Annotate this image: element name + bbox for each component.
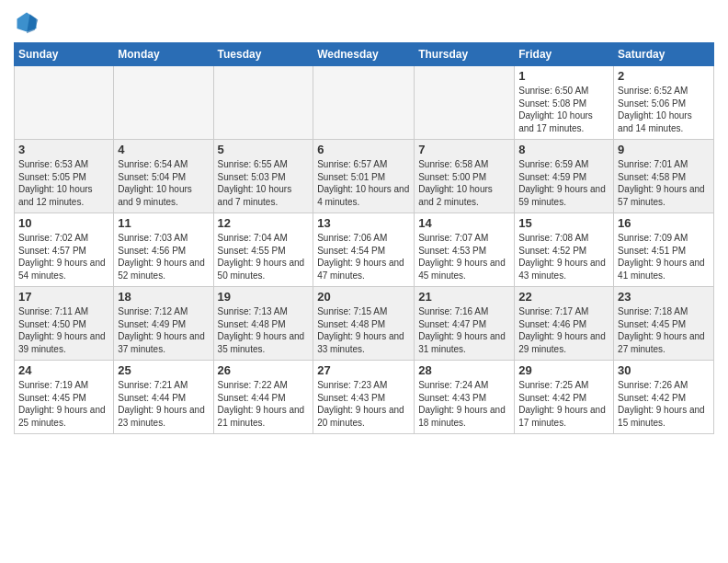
day-number: 19: [218, 290, 310, 304]
calendar-cell: 9Sunrise: 7:01 AMSunset: 4:58 PMDaylight…: [614, 140, 714, 213]
col-header-friday: Friday: [515, 43, 614, 66]
day-number: 26: [218, 363, 310, 377]
day-info: Sunrise: 7:01 AMSunset: 4:58 PMDaylight:…: [618, 158, 710, 208]
calendar-cell: 18Sunrise: 7:12 AMSunset: 4:49 PMDayligh…: [114, 287, 213, 361]
day-number: 8: [518, 143, 609, 156]
day-info: Sunrise: 7:02 AMSunset: 4:57 PMDaylight:…: [18, 232, 109, 282]
calendar-cell: 27Sunrise: 7:23 AMSunset: 4:43 PMDayligh…: [313, 361, 415, 434]
day-number: 9: [618, 143, 710, 156]
col-header-monday: Monday: [114, 43, 213, 66]
calendar-cell: 26Sunrise: 7:22 AMSunset: 4:44 PMDayligh…: [213, 361, 313, 434]
day-number: 23: [618, 290, 710, 304]
calendar-cell: 15Sunrise: 7:08 AMSunset: 4:52 PMDayligh…: [515, 213, 614, 287]
day-info: Sunrise: 7:18 AMSunset: 4:45 PMDaylight:…: [618, 305, 710, 355]
calendar-cell: 21Sunrise: 7:16 AMSunset: 4:47 PMDayligh…: [415, 287, 515, 361]
calendar-table: SundayMondayTuesdayWednesdayThursdayFrid…: [14, 42, 714, 434]
day-info: Sunrise: 6:50 AMSunset: 5:08 PMDaylight:…: [518, 85, 609, 134]
day-info: Sunrise: 7:13 AMSunset: 4:48 PMDaylight:…: [218, 305, 310, 355]
calendar-cell: 28Sunrise: 7:24 AMSunset: 4:43 PMDayligh…: [415, 361, 515, 434]
day-number: 13: [317, 216, 410, 230]
calendar-cell: 2Sunrise: 6:52 AMSunset: 5:06 PMDaylight…: [614, 66, 714, 140]
day-number: 1: [518, 69, 609, 83]
day-info: Sunrise: 6:57 AMSunset: 5:01 PMDaylight:…: [317, 158, 410, 208]
day-number: 10: [18, 216, 109, 230]
col-header-sunday: Sunday: [15, 43, 114, 66]
col-header-saturday: Saturday: [614, 43, 714, 66]
day-number: 17: [18, 290, 109, 304]
day-info: Sunrise: 6:55 AMSunset: 5:03 PMDaylight:…: [218, 158, 310, 208]
day-info: Sunrise: 6:59 AMSunset: 4:59 PMDaylight:…: [518, 158, 609, 208]
col-header-wednesday: Wednesday: [313, 43, 415, 66]
day-info: Sunrise: 7:07 AMSunset: 4:53 PMDaylight:…: [418, 232, 510, 282]
day-info: Sunrise: 7:03 AMSunset: 4:56 PMDaylight:…: [118, 232, 209, 282]
day-number: 20: [317, 290, 410, 304]
calendar-week-5: 24Sunrise: 7:19 AMSunset: 4:45 PMDayligh…: [15, 361, 714, 434]
calendar-week-4: 17Sunrise: 7:11 AMSunset: 4:50 PMDayligh…: [15, 287, 714, 361]
day-info: Sunrise: 7:23 AMSunset: 4:43 PMDaylight:…: [317, 379, 410, 429]
day-info: Sunrise: 7:26 AMSunset: 4:42 PMDaylight:…: [618, 379, 710, 429]
day-number: 5: [218, 143, 310, 156]
day-info: Sunrise: 7:19 AMSunset: 4:45 PMDaylight:…: [18, 379, 109, 429]
calendar-week-1: 1Sunrise: 6:50 AMSunset: 5:08 PMDaylight…: [15, 66, 714, 140]
calendar-cell: 29Sunrise: 7:25 AMSunset: 4:42 PMDayligh…: [515, 361, 614, 434]
calendar-cell: 5Sunrise: 6:55 AMSunset: 5:03 PMDaylight…: [213, 140, 313, 213]
day-number: 29: [518, 363, 609, 377]
logo: [14, 9, 43, 35]
calendar-week-2: 3Sunrise: 6:53 AMSunset: 5:05 PMDaylight…: [15, 140, 714, 213]
day-number: 3: [18, 143, 109, 156]
calendar-cell: 11Sunrise: 7:03 AMSunset: 4:56 PMDayligh…: [114, 213, 213, 287]
calendar-cell: 1Sunrise: 6:50 AMSunset: 5:08 PMDaylight…: [515, 66, 614, 140]
calendar-cell: 17Sunrise: 7:11 AMSunset: 4:50 PMDayligh…: [15, 287, 114, 361]
calendar-cell: 7Sunrise: 6:58 AMSunset: 5:00 PMDaylight…: [415, 140, 515, 213]
calendar-cell: 3Sunrise: 6:53 AMSunset: 5:05 PMDaylight…: [15, 140, 114, 213]
col-header-tuesday: Tuesday: [213, 43, 313, 66]
day-info: Sunrise: 7:21 AMSunset: 4:44 PMDaylight:…: [118, 379, 209, 429]
day-number: 18: [118, 290, 209, 304]
calendar-week-3: 10Sunrise: 7:02 AMSunset: 4:57 PMDayligh…: [15, 213, 714, 287]
day-info: Sunrise: 7:11 AMSunset: 4:50 PMDaylight:…: [18, 305, 109, 355]
calendar-cell: 16Sunrise: 7:09 AMSunset: 4:51 PMDayligh…: [614, 213, 714, 287]
day-number: 30: [618, 363, 710, 377]
calendar-cell: [15, 66, 114, 140]
day-number: 24: [18, 363, 109, 377]
day-number: 7: [418, 143, 510, 156]
day-info: Sunrise: 6:54 AMSunset: 5:04 PMDaylight:…: [118, 158, 209, 208]
day-number: 6: [317, 143, 410, 156]
calendar-cell: 25Sunrise: 7:21 AMSunset: 4:44 PMDayligh…: [114, 361, 213, 434]
col-header-thursday: Thursday: [415, 43, 515, 66]
calendar-cell: 23Sunrise: 7:18 AMSunset: 4:45 PMDayligh…: [614, 287, 714, 361]
calendar-cell: [114, 66, 213, 140]
day-info: Sunrise: 7:04 AMSunset: 4:55 PMDaylight:…: [218, 232, 310, 282]
day-number: 14: [418, 216, 510, 230]
day-number: 21: [418, 290, 510, 304]
day-info: Sunrise: 6:58 AMSunset: 5:00 PMDaylight:…: [418, 158, 510, 208]
day-number: 22: [518, 290, 609, 304]
calendar-cell: 30Sunrise: 7:26 AMSunset: 4:42 PMDayligh…: [614, 361, 714, 434]
day-info: Sunrise: 7:08 AMSunset: 4:52 PMDaylight:…: [518, 232, 609, 282]
day-number: 25: [118, 363, 209, 377]
day-info: Sunrise: 7:09 AMSunset: 4:51 PMDaylight:…: [618, 232, 710, 282]
day-number: 11: [118, 216, 209, 230]
calendar-cell: 24Sunrise: 7:19 AMSunset: 4:45 PMDayligh…: [15, 361, 114, 434]
day-info: Sunrise: 7:12 AMSunset: 4:49 PMDaylight:…: [118, 305, 209, 355]
day-number: 4: [118, 143, 209, 156]
calendar-cell: 4Sunrise: 6:54 AMSunset: 5:04 PMDaylight…: [114, 140, 213, 213]
day-info: Sunrise: 7:17 AMSunset: 4:46 PMDaylight:…: [518, 305, 609, 355]
calendar-cell: 13Sunrise: 7:06 AMSunset: 4:54 PMDayligh…: [313, 213, 415, 287]
day-info: Sunrise: 7:15 AMSunset: 4:48 PMDaylight:…: [317, 305, 410, 355]
logo-icon: [14, 9, 40, 35]
day-number: 16: [618, 216, 710, 230]
day-info: Sunrise: 7:06 AMSunset: 4:54 PMDaylight:…: [317, 232, 410, 282]
calendar-cell: 19Sunrise: 7:13 AMSunset: 4:48 PMDayligh…: [213, 287, 313, 361]
day-info: Sunrise: 6:53 AMSunset: 5:05 PMDaylight:…: [18, 158, 109, 208]
page-container: SundayMondayTuesdayWednesdayThursdayFrid…: [0, 0, 728, 443]
calendar-header-row: SundayMondayTuesdayWednesdayThursdayFrid…: [15, 43, 714, 66]
calendar-cell: 22Sunrise: 7:17 AMSunset: 4:46 PMDayligh…: [515, 287, 614, 361]
calendar-cell: 14Sunrise: 7:07 AMSunset: 4:53 PMDayligh…: [415, 213, 515, 287]
day-info: Sunrise: 7:25 AMSunset: 4:42 PMDaylight:…: [518, 379, 609, 429]
day-number: 28: [418, 363, 510, 377]
day-number: 27: [317, 363, 410, 377]
calendar-cell: 10Sunrise: 7:02 AMSunset: 4:57 PMDayligh…: [15, 213, 114, 287]
day-info: Sunrise: 7:16 AMSunset: 4:47 PMDaylight:…: [418, 305, 510, 355]
calendar-cell: 20Sunrise: 7:15 AMSunset: 4:48 PMDayligh…: [313, 287, 415, 361]
